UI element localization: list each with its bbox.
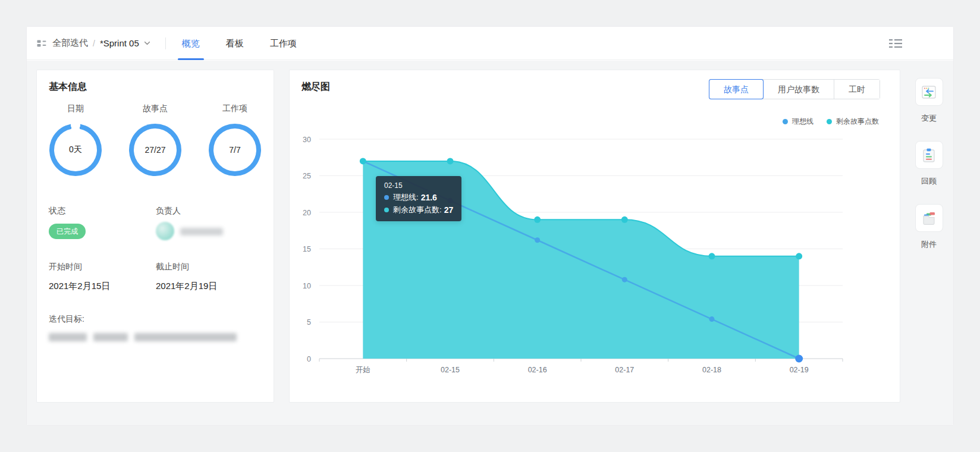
stat-story-points: 故事点27/27 [128,103,182,176]
owner-label: 负责人 [156,206,181,216]
svg-text:10: 10 [303,282,311,290]
svg-text:20: 20 [303,209,311,217]
owner-name-redacted [180,228,223,236]
chevron-down-icon[interactable] [143,39,151,47]
tooltip-label: 理想线: [393,192,419,203]
changes-icon [915,78,943,106]
stat-date: 日期0天 [49,103,102,176]
svg-text:02-16: 02-16 [528,366,547,374]
tab-work-items[interactable]: 工作项 [270,27,297,60]
svg-text:15: 15 [303,245,311,253]
header-tabs: 概览看板工作项 [182,27,323,60]
list-view-icon[interactable] [888,37,903,49]
stat-label: 工作项 [222,103,247,114]
breadcrumb-separator: / [93,39,95,48]
review-icon [915,141,943,169]
status-label: 状态 [49,206,65,216]
stat-value: 27/27 [134,128,177,171]
end-time-value: 2021年2月19日 [156,281,217,292]
tooltip-value: 27 [444,205,454,215]
stat-value: 0天 [54,128,97,171]
start-time-label: 开始时间 [49,262,82,272]
breadcrumb-root[interactable]: 全部迭代 [52,37,88,49]
tooltip-label: 剩余故事点数: [393,205,442,215]
status-badge: 已完成 [49,224,86,239]
tool-attachments[interactable]: 附件 [915,204,943,250]
iterations-icon [36,38,47,49]
svg-text:5: 5 [307,318,311,327]
tooltip-dot [384,195,389,200]
stats-row: 日期0天故事点27/27工作项7/7 [37,103,274,176]
sprint-goal-label: 迭代目标: [49,314,84,325]
tooltip-value: 21.6 [421,193,437,202]
tab-board[interactable]: 看板 [226,27,244,60]
toggle-story-points[interactable]: 故事点 [709,80,763,99]
tooltip-row: 剩余故事点数: 27 [384,205,453,215]
tool-changes[interactable]: 变更 [915,78,943,124]
end-time-label: 截止时间 [156,262,189,272]
owner-avatar [156,222,174,240]
tool-label: 附件 [921,239,937,250]
svg-text:02-15: 02-15 [441,366,460,374]
tooltip-rows: 理想线: 21.6剩余故事点数: 27 [384,192,453,215]
attachment-icon [915,204,943,232]
burndown-card: 燃尽图 故事点用户故事数工时 理想线剩余故事点数 051015202530开始0… [289,70,900,403]
basic-info-card: 基本信息 日期0天故事点27/27工作项7/7 状态 负责人 已完成 开始时间 … [36,70,274,403]
tooltip-row: 理想线: 21.6 [384,192,453,203]
svg-text:25: 25 [303,172,311,180]
burndown-chart[interactable]: 051015202530开始02-1502-1602-1702-1802-19 [290,70,901,403]
svg-text:30: 30 [303,136,311,144]
basic-info-title: 基本信息 [49,81,87,93]
tool-review[interactable]: 回顾 [915,141,943,187]
tool-label: 回顾 [921,176,937,187]
chart-tooltip: 02-15 理想线: 21.6剩余故事点数: 27 [376,176,461,221]
sprint-goal-redacted [49,333,237,341]
stat-label: 日期 [67,103,84,114]
app-window: 全部迭代 / *Sprint 05 概览看板工作项 基本信息 日期0天故事点27… [26,26,954,426]
svg-text:02-19: 02-19 [790,366,809,374]
breadcrumb[interactable]: 全部迭代 / *Sprint 05 [36,37,151,49]
breadcrumb-current-sprint[interactable]: *Sprint 05 [100,38,139,48]
tooltip-dot [384,208,389,212]
svg-text:02-17: 02-17 [615,366,634,374]
stat-value: 7/7 [213,128,256,171]
stat-work-items: 工作项7/7 [208,103,262,176]
header: 全部迭代 / *Sprint 05 概览看板工作项 [27,27,953,60]
svg-text:开始: 开始 [356,366,370,374]
tooltip-date: 02-15 [384,181,453,190]
start-time-value: 2021年2月15日 [49,281,110,292]
stat-ring: 27/27 [129,124,181,176]
tool-label: 变更 [921,113,937,124]
svg-text:0: 0 [307,355,311,363]
stat-ring: 0天 [49,124,102,176]
content-area: 基本信息 日期0天故事点27/27工作项7/7 状态 负责人 已完成 开始时间 … [27,61,953,425]
stat-ring: 7/7 [209,124,261,176]
svg-text:02-18: 02-18 [702,366,721,374]
stat-label: 故事点 [143,103,168,114]
tab-overview[interactable]: 概览 [182,27,200,60]
side-toolbar: 变更回顾附件 [906,70,951,267]
header-divider [165,37,166,49]
